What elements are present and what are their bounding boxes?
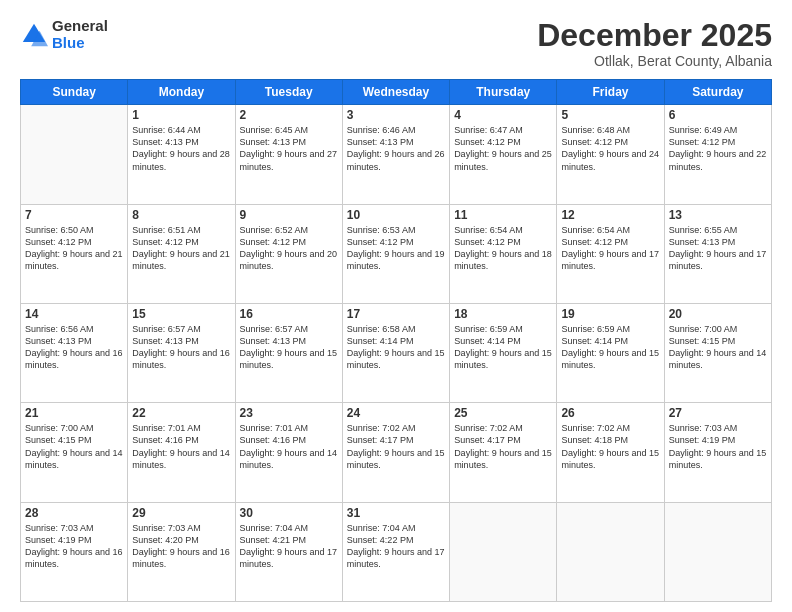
day-info: Sunrise: 7:01 AMSunset: 4:16 PMDaylight:…	[132, 422, 230, 471]
day-info: Sunrise: 6:59 AMSunset: 4:14 PMDaylight:…	[561, 323, 659, 372]
calendar-week-row-3: 21Sunrise: 7:00 AMSunset: 4:15 PMDayligh…	[21, 403, 772, 502]
day-info: Sunrise: 7:02 AMSunset: 4:18 PMDaylight:…	[561, 422, 659, 471]
day-number: 17	[347, 307, 445, 321]
day-info: Sunrise: 6:53 AMSunset: 4:12 PMDaylight:…	[347, 224, 445, 273]
day-info: Sunrise: 7:03 AMSunset: 4:19 PMDaylight:…	[669, 422, 767, 471]
calendar-week-row-4: 28Sunrise: 7:03 AMSunset: 4:19 PMDayligh…	[21, 502, 772, 601]
calendar-cell	[557, 502, 664, 601]
calendar-cell: 26Sunrise: 7:02 AMSunset: 4:18 PMDayligh…	[557, 403, 664, 502]
day-number: 30	[240, 506, 338, 520]
day-info: Sunrise: 6:50 AMSunset: 4:12 PMDaylight:…	[25, 224, 123, 273]
logo-icon	[20, 21, 48, 49]
calendar-cell: 10Sunrise: 6:53 AMSunset: 4:12 PMDayligh…	[342, 204, 449, 303]
day-number: 20	[669, 307, 767, 321]
day-number: 31	[347, 506, 445, 520]
calendar-cell: 17Sunrise: 6:58 AMSunset: 4:14 PMDayligh…	[342, 303, 449, 402]
day-number: 25	[454, 406, 552, 420]
day-info: Sunrise: 6:51 AMSunset: 4:12 PMDaylight:…	[132, 224, 230, 273]
day-number: 7	[25, 208, 123, 222]
calendar-table: SundayMondayTuesdayWednesdayThursdayFrid…	[20, 79, 772, 602]
header: General Blue December 2025 Otllak, Berat…	[20, 18, 772, 69]
day-number: 18	[454, 307, 552, 321]
day-info: Sunrise: 7:03 AMSunset: 4:20 PMDaylight:…	[132, 522, 230, 571]
day-info: Sunrise: 6:46 AMSunset: 4:13 PMDaylight:…	[347, 124, 445, 173]
day-number: 23	[240, 406, 338, 420]
calendar-cell: 23Sunrise: 7:01 AMSunset: 4:16 PMDayligh…	[235, 403, 342, 502]
location-subtitle: Otllak, Berat County, Albania	[537, 53, 772, 69]
calendar-cell: 28Sunrise: 7:03 AMSunset: 4:19 PMDayligh…	[21, 502, 128, 601]
page: General Blue December 2025 Otllak, Berat…	[0, 0, 792, 612]
day-info: Sunrise: 6:54 AMSunset: 4:12 PMDaylight:…	[454, 224, 552, 273]
calendar-cell: 30Sunrise: 7:04 AMSunset: 4:21 PMDayligh…	[235, 502, 342, 601]
calendar-cell: 2Sunrise: 6:45 AMSunset: 4:13 PMDaylight…	[235, 105, 342, 204]
day-info: Sunrise: 6:45 AMSunset: 4:13 PMDaylight:…	[240, 124, 338, 173]
day-info: Sunrise: 6:47 AMSunset: 4:12 PMDaylight:…	[454, 124, 552, 173]
day-info: Sunrise: 6:56 AMSunset: 4:13 PMDaylight:…	[25, 323, 123, 372]
day-number: 13	[669, 208, 767, 222]
calendar-cell: 9Sunrise: 6:52 AMSunset: 4:12 PMDaylight…	[235, 204, 342, 303]
calendar-cell	[450, 502, 557, 601]
weekday-header-row: SundayMondayTuesdayWednesdayThursdayFrid…	[21, 80, 772, 105]
calendar-cell: 8Sunrise: 6:51 AMSunset: 4:12 PMDaylight…	[128, 204, 235, 303]
calendar-cell: 7Sunrise: 6:50 AMSunset: 4:12 PMDaylight…	[21, 204, 128, 303]
day-info: Sunrise: 6:55 AMSunset: 4:13 PMDaylight:…	[669, 224, 767, 273]
day-info: Sunrise: 7:02 AMSunset: 4:17 PMDaylight:…	[347, 422, 445, 471]
day-number: 6	[669, 108, 767, 122]
day-info: Sunrise: 7:02 AMSunset: 4:17 PMDaylight:…	[454, 422, 552, 471]
month-title: December 2025	[537, 18, 772, 53]
calendar-cell: 22Sunrise: 7:01 AMSunset: 4:16 PMDayligh…	[128, 403, 235, 502]
day-info: Sunrise: 6:58 AMSunset: 4:14 PMDaylight:…	[347, 323, 445, 372]
day-info: Sunrise: 6:54 AMSunset: 4:12 PMDaylight:…	[561, 224, 659, 273]
day-info: Sunrise: 6:57 AMSunset: 4:13 PMDaylight:…	[240, 323, 338, 372]
calendar-cell: 3Sunrise: 6:46 AMSunset: 4:13 PMDaylight…	[342, 105, 449, 204]
day-number: 19	[561, 307, 659, 321]
day-number: 14	[25, 307, 123, 321]
calendar-week-row-2: 14Sunrise: 6:56 AMSunset: 4:13 PMDayligh…	[21, 303, 772, 402]
logo-blue-text: Blue	[52, 35, 108, 52]
calendar-cell: 27Sunrise: 7:03 AMSunset: 4:19 PMDayligh…	[664, 403, 771, 502]
day-number: 10	[347, 208, 445, 222]
calendar-cell: 20Sunrise: 7:00 AMSunset: 4:15 PMDayligh…	[664, 303, 771, 402]
day-info: Sunrise: 7:04 AMSunset: 4:22 PMDaylight:…	[347, 522, 445, 571]
calendar-cell: 18Sunrise: 6:59 AMSunset: 4:14 PMDayligh…	[450, 303, 557, 402]
calendar-cell: 31Sunrise: 7:04 AMSunset: 4:22 PMDayligh…	[342, 502, 449, 601]
calendar-cell: 4Sunrise: 6:47 AMSunset: 4:12 PMDaylight…	[450, 105, 557, 204]
day-info: Sunrise: 7:03 AMSunset: 4:19 PMDaylight:…	[25, 522, 123, 571]
calendar-cell: 25Sunrise: 7:02 AMSunset: 4:17 PMDayligh…	[450, 403, 557, 502]
weekday-header-saturday: Saturday	[664, 80, 771, 105]
day-number: 12	[561, 208, 659, 222]
calendar-cell: 13Sunrise: 6:55 AMSunset: 4:13 PMDayligh…	[664, 204, 771, 303]
weekday-header-sunday: Sunday	[21, 80, 128, 105]
logo: General Blue	[20, 18, 108, 51]
day-info: Sunrise: 7:01 AMSunset: 4:16 PMDaylight:…	[240, 422, 338, 471]
calendar-cell: 14Sunrise: 6:56 AMSunset: 4:13 PMDayligh…	[21, 303, 128, 402]
day-info: Sunrise: 7:04 AMSunset: 4:21 PMDaylight:…	[240, 522, 338, 571]
day-number: 16	[240, 307, 338, 321]
calendar-week-row-1: 7Sunrise: 6:50 AMSunset: 4:12 PMDaylight…	[21, 204, 772, 303]
day-number: 22	[132, 406, 230, 420]
day-info: Sunrise: 7:00 AMSunset: 4:15 PMDaylight:…	[25, 422, 123, 471]
day-number: 2	[240, 108, 338, 122]
calendar-week-row-0: 1Sunrise: 6:44 AMSunset: 4:13 PMDaylight…	[21, 105, 772, 204]
day-number: 11	[454, 208, 552, 222]
calendar-cell: 6Sunrise: 6:49 AMSunset: 4:12 PMDaylight…	[664, 105, 771, 204]
logo-general-text: General	[52, 18, 108, 35]
day-number: 5	[561, 108, 659, 122]
day-number: 15	[132, 307, 230, 321]
weekday-header-monday: Monday	[128, 80, 235, 105]
calendar-cell: 5Sunrise: 6:48 AMSunset: 4:12 PMDaylight…	[557, 105, 664, 204]
day-number: 28	[25, 506, 123, 520]
calendar-cell: 19Sunrise: 6:59 AMSunset: 4:14 PMDayligh…	[557, 303, 664, 402]
weekday-header-friday: Friday	[557, 80, 664, 105]
day-number: 24	[347, 406, 445, 420]
day-info: Sunrise: 7:00 AMSunset: 4:15 PMDaylight:…	[669, 323, 767, 372]
day-info: Sunrise: 6:59 AMSunset: 4:14 PMDaylight:…	[454, 323, 552, 372]
weekday-header-wednesday: Wednesday	[342, 80, 449, 105]
calendar-cell: 1Sunrise: 6:44 AMSunset: 4:13 PMDaylight…	[128, 105, 235, 204]
logo-text: General Blue	[52, 18, 108, 51]
day-number: 3	[347, 108, 445, 122]
calendar-cell: 16Sunrise: 6:57 AMSunset: 4:13 PMDayligh…	[235, 303, 342, 402]
day-number: 4	[454, 108, 552, 122]
title-block: December 2025 Otllak, Berat County, Alba…	[537, 18, 772, 69]
calendar-cell: 29Sunrise: 7:03 AMSunset: 4:20 PMDayligh…	[128, 502, 235, 601]
